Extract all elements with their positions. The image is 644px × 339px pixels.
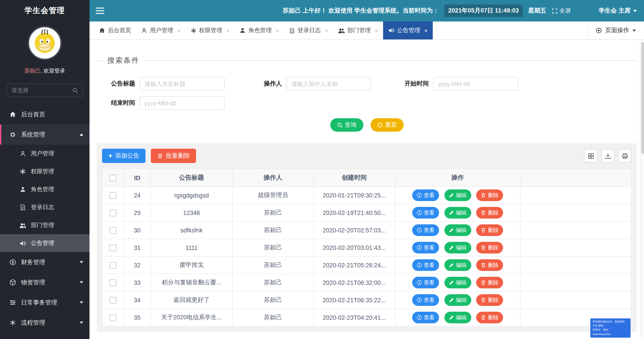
column-settings-button[interactable] (584, 149, 598, 163)
edit-button[interactable]: 编辑 (444, 224, 471, 236)
export-button[interactable] (601, 149, 614, 163)
delete-button[interactable]: 删除 (476, 277, 503, 288)
row-checkbox[interactable] (110, 297, 116, 304)
sidebar-item-finance[interactable]: 财务管理 (0, 252, 90, 272)
watermark-line: 所有项目保证运行，更多源码，尽在“源码 (592, 319, 628, 328)
close-icon[interactable]: × (177, 28, 180, 33)
select-placeholder: 请选择 (11, 86, 29, 95)
sidebar-item-roles[interactable]: 角色管理 (0, 180, 90, 198)
edit-button[interactable]: 编辑 (444, 259, 471, 271)
tab-departments[interactable]: 部门管理 × (333, 22, 383, 40)
delete-button[interactable]: 删除 (476, 189, 503, 201)
delete-button[interactable]: 删除 (476, 242, 503, 253)
cell-id: 29 (124, 204, 150, 221)
announcement-title-input[interactable] (140, 77, 225, 91)
sidebar-item-process[interactable]: 流程管理 (0, 312, 90, 333)
sidebar-search-select[interactable]: 请选择 (6, 84, 83, 97)
cell-filler (520, 274, 631, 291)
delete-button[interactable]: 删除 (476, 312, 503, 323)
person-icon (240, 27, 246, 34)
search-section-header: 搜索条件 (97, 56, 637, 65)
view-button[interactable]: 查看 (412, 189, 439, 201)
delete-button[interactable]: 删除 (476, 207, 503, 219)
scrollbar[interactable] (640, 40, 644, 339)
page-actions-dropdown[interactable]: 页面操作 (587, 22, 644, 40)
row-checkbox[interactable] (110, 279, 116, 286)
cell-title: 积分与复辅音翻云覆... (150, 274, 232, 291)
view-button[interactable]: 查看 (412, 277, 439, 288)
operator-input[interactable] (286, 77, 372, 91)
sidebar-item-home[interactable]: 后台首页 (0, 104, 90, 125)
home-icon (9, 111, 16, 118)
document-icon (289, 28, 295, 33)
close-icon[interactable]: × (375, 28, 378, 33)
table-header-row: ID 公告标题 操作人 创建时间 操作 (102, 169, 631, 187)
edit-button[interactable]: 编辑 (444, 207, 471, 219)
delete-button[interactable]: 删除 (476, 259, 503, 271)
sidebar-item-system[interactable]: 系统管理 (0, 125, 90, 145)
batch-delete-button[interactable]: 批量删除 (151, 149, 196, 163)
view-button[interactable]: 查看 (412, 294, 439, 306)
avatar[interactable] (28, 26, 62, 60)
tab-home[interactable]: 后台首页 (94, 22, 136, 40)
view-button[interactable]: 查看 (412, 207, 439, 219)
view-button[interactable]: 查看 (412, 242, 439, 253)
edit-button[interactable]: 编辑 (444, 242, 471, 253)
row-checkbox[interactable] (110, 210, 116, 216)
pencil-icon (449, 227, 454, 233)
view-button[interactable]: 查看 (412, 224, 439, 236)
row-checkbox[interactable] (110, 192, 116, 199)
add-announcement-button[interactable]: + 添加公告 (102, 149, 146, 163)
sidebar-item-todo[interactable]: 我的待办 (0, 333, 90, 339)
menu-label: 系统管理 (21, 131, 45, 139)
fullscreen-button[interactable]: 全屏 (552, 7, 571, 15)
target-icon (596, 27, 602, 34)
edit-button[interactable]: 编辑 (444, 312, 471, 323)
end-date-input[interactable] (140, 96, 225, 110)
print-button[interactable] (618, 149, 632, 163)
start-date-input[interactable] (433, 77, 518, 91)
close-icon[interactable]: × (424, 28, 428, 33)
user-role-dropdown[interactable]: 学生会 主席 (598, 7, 637, 15)
info-icon (416, 193, 422, 198)
sidebar-item-announcements[interactable]: 公告管理 (0, 234, 90, 252)
close-icon[interactable]: × (325, 28, 328, 33)
scrollbar-thumb[interactable] (641, 42, 644, 154)
sidebar-item-daily-affairs[interactable]: 日常事务管理 (0, 292, 90, 312)
tab-users[interactable]: 用户管理 × (136, 22, 186, 40)
sidebar-item-departments[interactable]: 部门管理 (0, 216, 90, 234)
row-checkbox[interactable] (110, 314, 116, 321)
delete-button[interactable]: 删除 (476, 224, 503, 236)
home-icon (99, 27, 105, 34)
row-checkbox[interactable] (110, 244, 116, 251)
reset-button[interactable]: 重置 (370, 118, 404, 132)
close-icon[interactable]: × (226, 28, 230, 33)
download-icon (604, 152, 611, 159)
header-id: ID (124, 169, 150, 187)
sidebar-item-login-log[interactable]: 登录日志 (0, 198, 90, 216)
query-button[interactable]: 查询 (330, 118, 363, 132)
select-all-checkbox[interactable] (110, 175, 116, 181)
grid-icon (588, 152, 594, 159)
row-checkbox[interactable] (110, 262, 116, 269)
close-icon[interactable]: × (276, 28, 279, 33)
menu-toggle-icon[interactable] (96, 8, 104, 14)
app-title: 学生会管理 (0, 0, 90, 22)
delete-button[interactable]: 删除 (476, 294, 503, 306)
row-checkbox[interactable] (110, 227, 116, 234)
sidebar-item-materials[interactable]: 物资管理 (0, 272, 90, 292)
edit-button[interactable]: 编辑 (444, 189, 471, 201)
sidebar-item-users[interactable]: 用户管理 (0, 145, 90, 163)
tab-login-log[interactable]: 登录日志 × (284, 22, 333, 40)
edit-button[interactable]: 编辑 (444, 277, 471, 288)
cell-created: 2020-02-21T05:26:24... (314, 256, 395, 274)
tab-announcements[interactable]: 公告管理 × (383, 22, 432, 40)
cell-operator: 苏妲己 (232, 309, 314, 326)
view-button[interactable]: 查看 (412, 312, 439, 323)
sidebar-item-permissions[interactable]: 权限管理 (0, 163, 90, 180)
edit-button[interactable]: 编辑 (444, 294, 471, 306)
header-title: 公告标题 (150, 169, 232, 187)
tab-roles[interactable]: 角色管理 × (234, 22, 284, 40)
view-button[interactable]: 查看 (412, 259, 439, 271)
tab-permissions[interactable]: 权限管理 × (186, 22, 234, 40)
